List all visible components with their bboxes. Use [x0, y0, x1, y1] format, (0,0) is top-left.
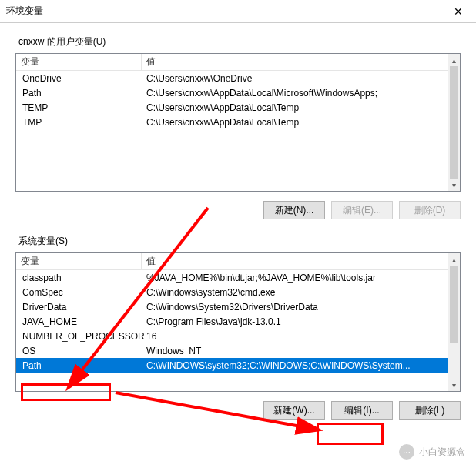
vertical-scrollbar[interactable]: ▴ ▾: [448, 253, 460, 391]
table-row[interactable]: PathC:\Users\cnxxw\AppData\Local\Microso…: [16, 85, 460, 100]
user-edit-button[interactable]: 编辑(E)...: [331, 201, 393, 219]
system-vars-header: 变量 值: [16, 253, 460, 270]
var-value: Windows_NT: [145, 346, 457, 356]
titlebar: 环境变量 ✕: [0, 0, 476, 23]
col-header-value[interactable]: 值: [142, 55, 460, 69]
table-row[interactable]: classpath%JAVA_HOME%\bin\dt.jar;%JAVA_HO…: [16, 270, 460, 285]
var-name: ComSpec: [19, 287, 145, 298]
var-name: TMP: [19, 117, 145, 128]
table-row[interactable]: OneDriveC:\Users\cnxxw\OneDrive: [16, 71, 460, 85]
user-new-button[interactable]: 新建(N)...: [263, 201, 325, 219]
system-edit-button[interactable]: 编辑(I)...: [331, 401, 393, 420]
close-button[interactable]: ✕: [447, 5, 470, 18]
system-new-button[interactable]: 新建(W)...: [263, 401, 325, 420]
user-button-row: 新建(N)... 编辑(E)... 删除(D): [15, 192, 461, 235]
vertical-scrollbar[interactable]: ▴ ▾: [448, 54, 460, 191]
watermark: ⋯ 小白资源盒: [399, 444, 465, 460]
scroll-thumb[interactable]: [450, 66, 458, 179]
col-header-variable[interactable]: 变量: [16, 54, 142, 70]
scroll-down-icon[interactable]: ▾: [448, 379, 460, 391]
var-name: OneDrive: [19, 73, 145, 84]
table-row[interactable]: NUMBER_OF_PROCESSORS16: [16, 329, 460, 343]
table-row[interactable]: ComSpecC:\Windows\system32\cmd.exe: [16, 285, 460, 299]
table-row[interactable]: PathC:\WINDOWS\system32;C:\WINDOWS;C:\WI…: [16, 358, 460, 373]
var-value: C:\Windows\system32\cmd.exe: [145, 287, 457, 298]
var-name: OS: [19, 346, 145, 356]
user-vars-label: cnxxw 的用户变量(U): [18, 35, 461, 48]
system-button-row: 新建(W)... 编辑(I)... 删除(L): [15, 392, 461, 435]
var-value: C:\Program Files\Java\jdk-13.0.1: [145, 316, 457, 327]
user-delete-button[interactable]: 删除(D): [399, 201, 461, 219]
var-value: C:\Windows\System32\Drivers\DriverData: [145, 302, 457, 313]
system-delete-button[interactable]: 删除(L): [399, 401, 461, 420]
col-header-variable[interactable]: 变量: [16, 253, 142, 269]
user-vars-list[interactable]: 变量 值 OneDriveC:\Users\cnxxw\OneDrivePath…: [15, 53, 461, 192]
var-name: Path: [19, 88, 145, 99]
var-value: C:\Users\cnxxw\AppData\Local\Temp: [145, 102, 457, 113]
table-row[interactable]: TMPC:\Users\cnxxw\AppData\Local\Temp: [16, 115, 460, 129]
scroll-up-icon[interactable]: ▴: [448, 253, 460, 266]
table-row[interactable]: DriverDataC:\Windows\System32\Drivers\Dr…: [16, 299, 460, 314]
user-vars-header: 变量 值: [16, 54, 460, 71]
scroll-thumb[interactable]: [450, 266, 458, 343]
scroll-up-icon[interactable]: ▴: [448, 54, 460, 66]
var-name: NUMBER_OF_PROCESSORS: [19, 331, 145, 342]
col-header-value[interactable]: 值: [142, 255, 460, 268]
var-name: classpath: [19, 272, 145, 283]
var-name: JAVA_HOME: [19, 316, 145, 327]
var-value: C:\Users\cnxxw\OneDrive: [145, 73, 457, 84]
dialog-title: 环境变量: [6, 5, 447, 18]
var-name: Path: [19, 360, 145, 371]
system-vars-list[interactable]: 变量 值 classpath%JAVA_HOME%\bin\dt.jar;%JA…: [15, 252, 461, 392]
watermark-text: 小白资源盒: [419, 446, 465, 459]
table-row[interactable]: JAVA_HOMEC:\Program Files\Java\jdk-13.0.…: [16, 314, 460, 329]
var-value: 16: [145, 331, 457, 342]
watermark-icon: ⋯: [399, 444, 414, 460]
var-value: C:\Users\cnxxw\AppData\Local\Temp: [145, 117, 457, 128]
var-value: C:\WINDOWS\system32;C:\WINDOWS;C:\WINDOW…: [145, 360, 457, 371]
dialog-content: cnxxw 的用户变量(U) 变量 值 OneDriveC:\Users\cnx…: [0, 23, 476, 435]
scroll-down-icon[interactable]: ▾: [448, 179, 460, 191]
var-name: TEMP: [19, 102, 145, 113]
table-row[interactable]: OSWindows_NT: [16, 343, 460, 358]
var-value: C:\Users\cnxxw\AppData\Local\Microsoft\W…: [145, 88, 457, 99]
system-vars-label: 系统变量(S): [18, 235, 461, 248]
var-value: %JAVA_HOME%\bin\dt.jar;%JAVA_HOME%\lib\t…: [145, 272, 457, 283]
table-row[interactable]: TEMPC:\Users\cnxxw\AppData\Local\Temp: [16, 100, 460, 115]
var-name: DriverData: [19, 302, 145, 313]
